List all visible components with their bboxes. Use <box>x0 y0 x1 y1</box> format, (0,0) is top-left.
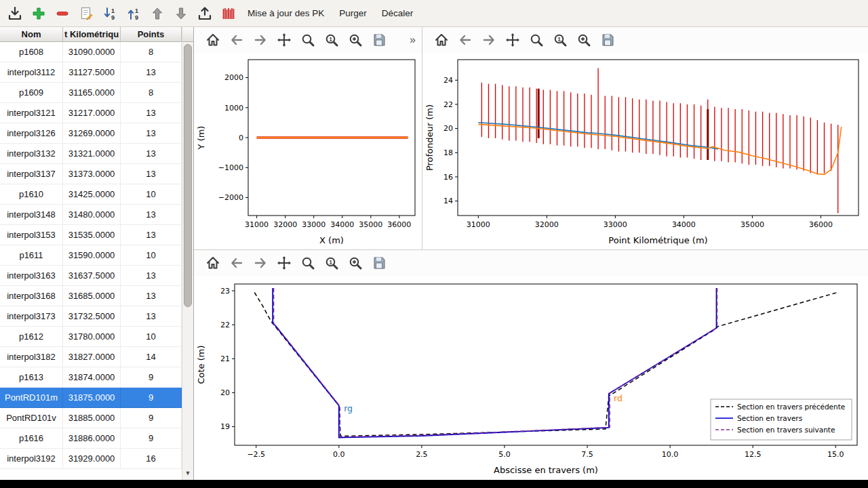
cell-points: 13 <box>121 266 182 286</box>
svg-text:1: 1 <box>329 36 332 43</box>
forward-button[interactable] <box>251 254 269 272</box>
table-row[interactable]: PontRD101v31885.00009 <box>0 408 182 428</box>
cell-nom: interpol3148 <box>0 205 63 225</box>
table-row[interactable]: interpol314831480.000013 <box>0 205 182 225</box>
zoom-button[interactable] <box>298 31 317 49</box>
column-header-nom[interactable]: Nom <box>0 27 63 42</box>
zoom-plus-button[interactable] <box>346 254 364 272</box>
zoom-plus-button[interactable] <box>574 31 593 49</box>
pan-button[interactable] <box>275 254 293 272</box>
zoom-icon <box>528 32 545 48</box>
x-tick-label: 12.5 <box>745 450 762 459</box>
zoom-button[interactable] <box>527 31 545 49</box>
pan-button[interactable] <box>503 31 521 49</box>
cell-points: 13 <box>121 306 182 327</box>
add-section-button[interactable] <box>26 2 50 25</box>
import-button[interactable] <box>3 2 26 25</box>
cell-pk: 31217.0000 <box>63 103 121 123</box>
table-row[interactable]: interpol315331535.000013 <box>0 225 182 245</box>
toolbar-action-0[interactable]: Mise à jour des PK <box>240 2 332 25</box>
table-row[interactable]: interpol313231321.000013 <box>0 144 182 164</box>
toolbar-overflow[interactable]: » <box>410 34 416 46</box>
back-button[interactable] <box>227 254 245 272</box>
cell-points: 9 <box>121 367 182 388</box>
table-scrollbar[interactable]: ▼ <box>182 27 193 480</box>
move-down-button[interactable] <box>169 2 193 25</box>
sort-ascending-button[interactable]: 19 <box>121 2 145 25</box>
zoom-one-icon: 1 <box>323 255 340 271</box>
home-button[interactable] <box>203 254 222 272</box>
export-button[interactable] <box>193 2 216 25</box>
column-header-points[interactable]: Points <box>121 27 182 42</box>
x-tick-label: 34000 <box>330 220 354 229</box>
cell-nom: interpol3132 <box>0 144 63 164</box>
table-row[interactable]: interpol311231127.500013 <box>0 62 182 83</box>
table-row[interactable]: p160931165.00008 <box>0 83 182 103</box>
remove-section-button[interactable] <box>50 2 74 25</box>
remove-section-icon <box>54 5 71 22</box>
zoom-one-button[interactable]: 1 <box>551 31 569 49</box>
table-row[interactable]: p160831090.00008 <box>0 42 182 62</box>
save-button[interactable] <box>370 254 388 272</box>
cell-points: 13 <box>121 225 182 245</box>
save-icon <box>371 255 387 271</box>
table-row[interactable]: p161131590.000010 <box>0 245 182 266</box>
table-row[interactable]: p161331874.00009 <box>0 367 182 388</box>
table-row[interactable]: interpol313731373.000013 <box>0 164 182 184</box>
table-row[interactable]: p161031425.000010 <box>0 184 182 205</box>
table-row[interactable]: interpol312131217.000013 <box>0 103 182 123</box>
sort-descending-button[interactable]: 19 <box>98 2 121 25</box>
zoom-plus-icon <box>347 255 363 271</box>
zoom-plus-button[interactable] <box>346 31 364 49</box>
scrollbar-down-button[interactable]: ▼ <box>182 468 193 479</box>
table-row[interactable]: interpol319231929.000016 <box>0 449 182 469</box>
table-row[interactable]: interpol317331732.500013 <box>0 306 182 327</box>
table-row[interactable]: interpol312631269.000013 <box>0 123 182 144</box>
table-body: p160831090.00008interpol311231127.500013… <box>0 42 182 480</box>
cell-points: 9 <box>121 408 182 428</box>
back-icon <box>229 255 245 271</box>
forward-button[interactable] <box>251 31 269 49</box>
table-row[interactable]: p161631886.00009 <box>0 428 182 449</box>
save-button[interactable] <box>370 31 388 49</box>
import-icon <box>7 5 23 22</box>
forward-icon <box>252 255 269 271</box>
y-tick-label: 21 <box>220 354 230 363</box>
legend-label: Section en travers précédente <box>737 403 845 411</box>
edit-section-icon <box>78 5 94 22</box>
table-row[interactable]: p161231780.000010 <box>0 327 182 347</box>
x-tick-label: 31000 <box>467 220 490 229</box>
zoom-one-button[interactable]: 1 <box>322 31 340 49</box>
zoom-button[interactable] <box>298 254 317 272</box>
toolbar-action-1[interactable]: Purger <box>332 2 374 25</box>
table-row[interactable]: interpol316831685.000013 <box>0 286 182 306</box>
zoom-one-button[interactable]: 1 <box>322 254 340 272</box>
move-up-button[interactable] <box>145 2 169 25</box>
cross-section-panel: 1 −2.50.02.55.07.510.012.515.01920212223… <box>194 250 868 480</box>
table-row[interactable]: PontRD101m31875.00009 <box>0 388 182 408</box>
edit-section-button[interactable] <box>74 2 98 25</box>
scrollbar-thumb[interactable] <box>184 44 192 307</box>
pan-button[interactable] <box>275 31 293 49</box>
cross-section-plot-toolbar: 1 <box>194 250 868 276</box>
cell-pk: 31269.0000 <box>63 123 121 144</box>
plan-view-chart[interactable]: 310003200033000340003500036000−2000−1000… <box>194 53 422 249</box>
table-row[interactable]: interpol318231827.000014 <box>0 347 182 367</box>
y-tick-label: 20 <box>443 124 453 133</box>
cell-pk: 31535.0000 <box>63 225 121 245</box>
x-tick-label: 32000 <box>273 220 297 229</box>
back-button[interactable] <box>456 31 474 49</box>
toolbar-action-2[interactable]: Décaler <box>374 2 421 25</box>
home-button[interactable] <box>432 31 450 49</box>
home-icon <box>205 32 221 48</box>
cell-nom: PontRD101v <box>0 408 63 428</box>
forward-button[interactable] <box>479 31 498 49</box>
pk-marks-button[interactable] <box>216 2 240 25</box>
table-row[interactable]: interpol316331637.500013 <box>0 266 182 286</box>
back-button[interactable] <box>227 31 245 49</box>
column-header-pk[interactable]: t Kilométriqu <box>63 27 121 42</box>
cross-section-chart[interactable]: −2.50.02.55.07.510.012.515.01920212223Ab… <box>194 276 868 479</box>
longitudinal-profile-chart[interactable]: 3100032000330003400035000360001416182022… <box>422 53 868 249</box>
save-button[interactable] <box>598 31 616 49</box>
home-button[interactable] <box>203 31 222 49</box>
